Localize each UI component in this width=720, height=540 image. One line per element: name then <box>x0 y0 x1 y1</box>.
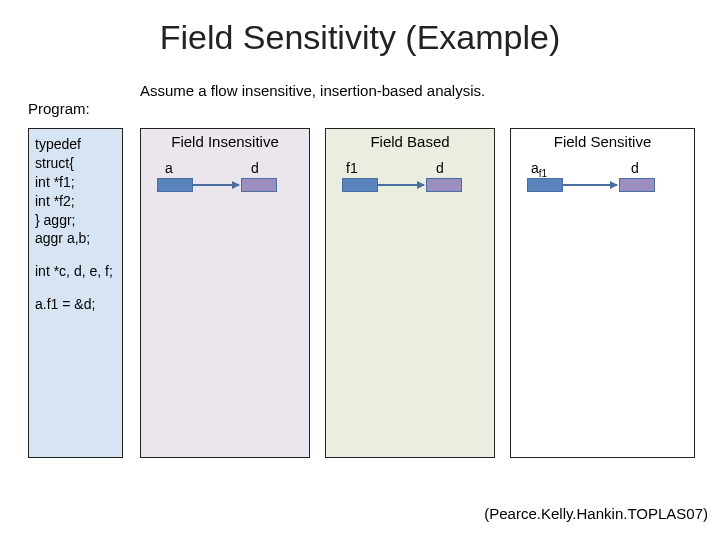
code-block-2: int *c, d, e, f; <box>35 262 116 281</box>
code-block-1: typedef struct{ int *f1; int *f2; } aggr… <box>35 135 116 248</box>
program-code-box: typedef struct{ int *f1; int *f2; } aggr… <box>28 128 123 458</box>
arrow-fs <box>563 184 617 186</box>
panel-field-insensitive: Field Insensitive a d <box>140 128 310 458</box>
arrow-fb <box>378 184 424 186</box>
node-box-f1 <box>342 178 378 192</box>
arrow-fi <box>193 184 239 186</box>
node-box-d-fb <box>426 178 462 192</box>
node-label-f1: f1 <box>346 160 358 176</box>
panel-title-fb: Field Based <box>332 133 488 150</box>
diagram-row-fb: f1 d <box>332 160 488 200</box>
node-box-a <box>157 178 193 192</box>
node-box-d-fs <box>619 178 655 192</box>
citation: (Pearce.Kelly.Hankin.TOPLAS07) <box>484 505 708 522</box>
node-label-af1-main: a <box>531 160 539 176</box>
diagram-row-fs: af1 d <box>517 160 688 200</box>
node-label-d-fb: d <box>436 160 444 176</box>
assumption-text: Assume a flow insensitive, insertion-bas… <box>140 82 485 99</box>
panel-title-fs: Field Sensitive <box>517 133 688 150</box>
diagram-row-fi: a d <box>147 160 303 200</box>
program-label: Program: <box>28 100 90 117</box>
slide-title: Field Sensitivity (Example) <box>0 0 720 65</box>
node-label-a: a <box>165 160 173 176</box>
panel-field-based: Field Based f1 d <box>325 128 495 458</box>
node-label-d-fs: d <box>631 160 639 176</box>
panel-title-fi: Field Insensitive <box>147 133 303 150</box>
node-box-d <box>241 178 277 192</box>
node-label-d: d <box>251 160 259 176</box>
node-box-af1 <box>527 178 563 192</box>
code-block-3: a.f1 = &d; <box>35 295 116 314</box>
node-label-af1: af1 <box>531 160 547 179</box>
panel-field-sensitive: Field Sensitive af1 d <box>510 128 695 458</box>
